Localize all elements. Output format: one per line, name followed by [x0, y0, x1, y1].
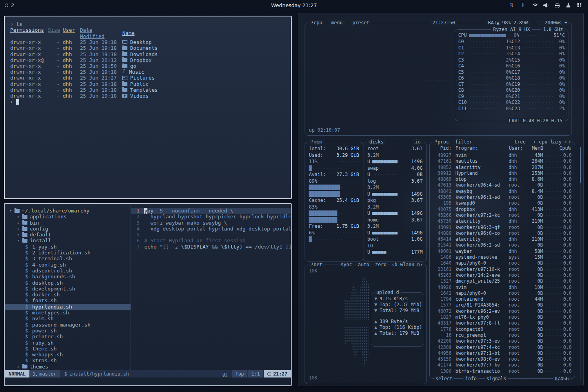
code-line[interactable]: 3 wofi waybar mako swaybg \	[131, 220, 291, 226]
process-row[interactable]: 1577irq/81-PIXA3854:root0B······0.0	[434, 302, 572, 308]
update-interval-control[interactable]: - 2000ms +	[537, 20, 569, 25]
tree-item-password-manager-sh[interactable]: $password-manager.sh	[5, 322, 131, 328]
process-row[interactable]: 1827mt76-tx phy0root0B······0.0	[434, 314, 572, 320]
process-row[interactable]: 48317kworker/u97:8-flroot0B······0.0	[434, 320, 572, 326]
select-control[interactable]: select	[434, 376, 454, 381]
code-line[interactable]: 7echo "[[ -z \$DISPLAY && \$(tty) == /de…	[131, 244, 291, 250]
process-row[interactable]: 1327dmcrypt_write/25root0B······0.0	[434, 278, 572, 284]
process-row[interactable]: 46072kworker/u96:2-evroot0B······0.0	[434, 309, 572, 314]
tree-item-fonts-sh[interactable]: $fonts.sh	[5, 298, 131, 303]
process-row[interactable]: 43091kworker/u96:3-gfroot0B······0.0	[434, 225, 572, 230]
tree-item-development-sh[interactable]: $development.sh	[5, 286, 131, 292]
process-row[interactable]: 1486systemd-resolvesyst+15M······0.0	[434, 254, 572, 260]
process-row[interactable]: 47161nautilusdhh264M······0.0	[434, 158, 572, 164]
tree-item-mimetypes-sh[interactable]: $mimetypes.sh	[5, 310, 131, 316]
tree-item-xtras-sh[interactable]: $xtras.sh	[5, 358, 131, 363]
wifi-icon[interactable]	[532, 3, 537, 8]
tree-item-ruby-sh[interactable]: $ruby.sh	[5, 340, 131, 346]
process-row[interactable]: 45305kworker/u96:1-sdroot0B······0.0	[434, 194, 572, 200]
bluetooth-icon[interactable]	[520, 3, 526, 8]
tree-item-themes[interactable]: ▸themes	[5, 364, 131, 370]
tree-item-docker-sh[interactable]: $docker.sh	[5, 292, 131, 298]
io-toggle[interactable]: io	[413, 139, 423, 145]
header-memory[interactable]: MemB	[528, 145, 543, 151]
globe-icon[interactable]	[554, 3, 560, 8]
process-row[interactable]: 45414alacrittydhh210M······0.0	[434, 236, 572, 242]
tree-item-3-terminal-sh[interactable]: $3-terminal.sh	[5, 256, 131, 261]
header-cpu[interactable]: Cpu%	[559, 145, 571, 151]
tree-toggle[interactable]: tree	[512, 139, 528, 145]
process-row[interactable]: 41174kworker/u97:7-kvroot0B······0.0	[434, 362, 572, 368]
tree-item-applications[interactable]: ▸applications	[5, 214, 131, 220]
net-sync-toggle[interactable]: sync	[339, 262, 354, 267]
code-line[interactable]: 5	[131, 232, 291, 238]
signals-control[interactable]: signals	[485, 376, 508, 381]
sort-selector[interactable]: ‹ cpu lazy ›	[531, 139, 569, 145]
code-line[interactable]: 4 xdg-desktop-portal-hyprland xdg-deskto…	[131, 226, 291, 232]
process-row[interactable]: 1380btrfs-transactioroot0B······0.0	[434, 368, 572, 374]
process-row[interactable]: 39912Hyprlanddhh253M······0.0	[434, 171, 572, 176]
process-row[interactable]: 49001waybardhh58M······0.0	[434, 249, 572, 254]
volume-icon[interactable]	[543, 3, 548, 8]
tree-item-webapps-sh[interactable]: $webapps.sh	[5, 352, 131, 358]
header-user[interactable]: User:	[509, 145, 528, 151]
tree-item-2-identification-sh[interactable]: $2-identification.sh	[5, 250, 131, 256]
process-row[interactable]: 31541kworker/u96:2-sdroot0B······0.0	[434, 242, 572, 248]
editor-pane[interactable]: 1yay -S --noconfirm --needed \2 hyprland…	[131, 204, 291, 370]
user-icon[interactable]	[566, 3, 571, 8]
process-row[interactable]: 40075dropboxdhh413M······0.0	[434, 207, 572, 212]
preset-button[interactable]: preset	[350, 20, 371, 25]
scroll-up-arrow[interactable]: ↑	[567, 139, 572, 145]
tree-root[interactable]: ▾ ~/.local/share/omarchy	[5, 208, 131, 214]
process-row[interactable]: 48926nvimdhh10M······0.0	[434, 285, 572, 290]
code-line[interactable]: 6# Start Hyprland on first session	[131, 238, 291, 243]
process-row[interactable]: 48927nvimdhh43M······0.0	[434, 152, 572, 158]
terminal-input-line[interactable]: ›	[10, 99, 285, 105]
process-row[interactable]: 45159kworker/u98:0-evroot0B······0.0	[434, 356, 572, 362]
process-row[interactable]: 195kswapd0root0B······0.0	[434, 200, 572, 206]
process-row[interactable]: 45266kworker/u97:2-kcroot0B······0.0	[434, 212, 572, 218]
tree-item-4-config-sh[interactable]: $4-config.sh	[5, 262, 131, 268]
process-row[interactable]: 44956kworker/u97:1-btroot0B······0.0	[434, 350, 572, 356]
process-row[interactable]: 48841swaybgdhh8.4M······0.0	[434, 189, 572, 194]
tree-item-power-sh[interactable]: $power.sh	[5, 328, 131, 334]
process-row[interactable]: 48869btopdhh8.6M······0.0	[434, 176, 572, 182]
process-row[interactable]: 45263kworker/14:2-everoot0B······0.0	[434, 272, 572, 278]
tree-item-printer-sh[interactable]: $printer.sh	[5, 334, 131, 339]
process-row[interactable]: 42208kworker/u97:3-evroot0B······0.0	[434, 338, 572, 344]
tree-item-hyprlandia-sh[interactable]: $hyprlandia.sh	[5, 304, 131, 310]
header-program[interactable]: Program:	[452, 145, 509, 151]
process-row[interactable]: 1642napi/phy0-0root0B······0.0	[434, 290, 572, 296]
menu-button[interactable]: menu	[329, 20, 345, 25]
tree-item-config[interactable]: ▸config	[5, 226, 131, 232]
process-row[interactable]: 1794containerdroot44M······0.0	[434, 296, 572, 302]
process-row[interactable]: 48852alacrittydhh207M······0.0	[434, 165, 572, 171]
net-zero-toggle[interactable]: zero	[373, 262, 388, 267]
filter-button[interactable]: filter	[453, 139, 474, 145]
tree-item-bin[interactable]: ▸bin	[5, 220, 131, 226]
net-auto-toggle[interactable]: auto	[356, 262, 371, 267]
tree-item-backgrounds-sh[interactable]: $backgrounds.sh	[5, 274, 131, 279]
header-pid[interactable]: Pid:	[434, 145, 452, 151]
info-control[interactable]: info	[463, 376, 479, 381]
apps-icon[interactable]	[577, 3, 583, 8]
process-row[interactable]: 42309kworker/u97:4-kcroot0B······0.0	[434, 345, 572, 350]
workspace-indicator[interactable]: 2	[0, 2, 14, 8]
process-row[interactable]: 1640napi/phy0-0root0B······0.0	[434, 260, 572, 266]
tree-item-install[interactable]: ▾install	[5, 238, 131, 243]
command-line-area[interactable]	[5, 377, 291, 385]
code-line[interactable]: 1yay -S --noconfirm --needed \	[131, 208, 291, 214]
tree-item-adscontrol-sh[interactable]: $adscontrol.sh	[5, 268, 131, 274]
process-scrollbar[interactable]	[580, 147, 581, 379]
net-interface-switcher[interactable]: ‹b wlan0 n›	[390, 262, 425, 267]
code-line[interactable]: 2 hyprland hyprshot hyprpicker hyprlock …	[131, 214, 291, 220]
process-row[interactable]: 47613kworker/u96:4-sdroot0B······0.0	[434, 182, 572, 188]
tree-item-nvim-sh[interactable]: $nvim.sh	[5, 316, 131, 321]
updates-icon[interactable]	[509, 3, 514, 8]
tree-item-1-yay-sh[interactable]: $1-yay.sh	[5, 244, 131, 250]
process-row[interactable]: 22161kworker/u97:10-kroot0B······0.0	[434, 267, 572, 272]
tree-item-desktop-sh[interactable]: $desktop.sh	[5, 280, 131, 286]
tree-item-default[interactable]: ▸default	[5, 232, 131, 238]
process-row[interactable]: 45730alacrittydhh210M······0.0	[434, 218, 572, 224]
process-row[interactable]: 1776kcompactd0root0B······0.0	[434, 327, 572, 332]
